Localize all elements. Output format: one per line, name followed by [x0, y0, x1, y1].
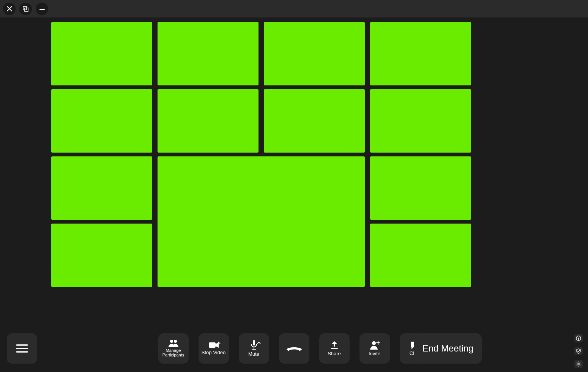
upload-icon	[330, 340, 339, 350]
stop-video-button[interactable]: Stop Video	[199, 333, 229, 364]
bottom-control-bar: Manage Participants Stop Video Mute Shar…	[0, 329, 588, 372]
video-tile[interactable]	[158, 22, 259, 85]
video-grid	[0, 17, 588, 329]
svg-line-24	[577, 362, 577, 363]
video-tile[interactable]	[51, 89, 152, 153]
svg-rect-18	[578, 338, 579, 340]
window-top-bar	[0, 0, 588, 17]
svg-rect-12	[331, 348, 338, 349]
svg-line-25	[580, 365, 580, 366]
svg-rect-9	[253, 340, 255, 345]
video-tile[interactable]	[264, 22, 365, 85]
svg-point-6	[170, 340, 173, 343]
invite-label: Invite	[369, 351, 380, 356]
layers-icon	[22, 6, 29, 12]
gear-icon	[576, 361, 581, 367]
svg-point-19	[578, 363, 579, 365]
end-meeting-button[interactable]: End Meeting	[414, 333, 482, 364]
video-tile[interactable]	[158, 89, 259, 153]
minimize-window-button[interactable]	[36, 3, 48, 15]
share-button[interactable]: Share	[319, 333, 350, 364]
security-button[interactable]	[574, 347, 583, 355]
video-tile[interactable]	[370, 224, 471, 287]
chevron-up-icon	[257, 342, 261, 344]
svg-line-27	[577, 365, 577, 366]
manage-participants-label: Manage Participants	[162, 348, 184, 357]
info-icon	[576, 336, 581, 341]
close-window-button[interactable]	[3, 3, 16, 15]
people-icon	[168, 339, 179, 347]
mute-label: Mute	[248, 352, 259, 357]
invite-button[interactable]: Invite	[359, 333, 390, 364]
video-tile[interactable]	[370, 156, 471, 220]
video-tile[interactable]	[370, 22, 471, 85]
shield-icon	[576, 348, 581, 354]
layers-button[interactable]	[19, 3, 32, 15]
chevron-up-icon	[217, 342, 221, 344]
info-button[interactable]	[574, 334, 583, 342]
svg-point-7	[174, 340, 177, 343]
side-icon-column	[574, 334, 583, 368]
minimize-icon	[39, 5, 46, 12]
hangup-button[interactable]	[279, 333, 309, 364]
manage-participants-button[interactable]: Manage Participants	[158, 333, 189, 364]
video-tile[interactable]	[264, 89, 365, 153]
center-controls: Manage Participants Stop Video Mute Shar…	[0, 333, 588, 364]
video-tile[interactable]	[370, 89, 471, 153]
share-label: Share	[328, 351, 341, 356]
mute-button[interactable]: Mute	[239, 333, 269, 364]
stop-video-label: Stop Video	[202, 350, 225, 355]
svg-point-17	[578, 337, 579, 337]
close-icon	[6, 6, 13, 12]
video-tile[interactable]	[51, 22, 152, 85]
svg-rect-8	[209, 342, 216, 348]
phone-hangup-icon	[286, 344, 303, 353]
video-tile-speaker[interactable]	[158, 156, 365, 287]
add-user-icon	[369, 340, 380, 350]
video-tile[interactable]	[51, 224, 152, 287]
mic-icon	[250, 340, 258, 350]
svg-line-26	[580, 362, 580, 363]
end-meeting-label: End Meeting	[422, 343, 474, 354]
video-tile[interactable]	[51, 156, 152, 220]
svg-point-13	[372, 341, 376, 345]
settings-button[interactable]	[574, 360, 583, 368]
